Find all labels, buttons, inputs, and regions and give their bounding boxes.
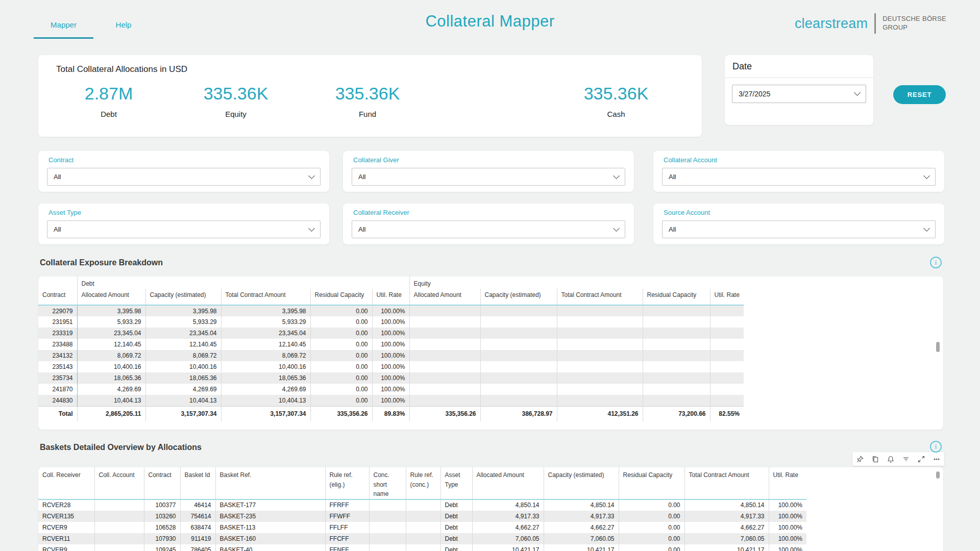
alert-icon[interactable] bbox=[883, 452, 898, 466]
table-cell bbox=[557, 384, 643, 395]
filter-dropdown-collateral-receiver[interactable]: All bbox=[352, 220, 625, 238]
column-header[interactable]: Util. Rate bbox=[710, 289, 744, 305]
table-cell bbox=[369, 511, 406, 522]
table-cell: 100.00% bbox=[372, 339, 409, 350]
table-row: RCVER9109245786405BASKET-40FFNFFDebt10,4… bbox=[38, 544, 806, 551]
filter-dropdown-asset-type[interactable]: All bbox=[47, 220, 321, 238]
more-options-icon[interactable] bbox=[929, 452, 944, 466]
table-row: RCVER2810037746414BASKET-177FFRFFDebt4,8… bbox=[38, 499, 806, 511]
column-header[interactable]: Conc. short name bbox=[369, 467, 406, 499]
filter-card-contract: Contract All bbox=[38, 151, 329, 192]
column-header[interactable]: Residual Capacity bbox=[310, 289, 372, 305]
reset-button[interactable]: RESET bbox=[893, 85, 946, 104]
column-header[interactable]: Basket Ref. bbox=[215, 467, 325, 499]
column-header[interactable]: Util. Rate bbox=[372, 289, 409, 305]
table-cell: 638474 bbox=[180, 522, 215, 533]
table-total-cell: 335,356.26 bbox=[310, 406, 372, 421]
kpi-cash-label: Cash bbox=[573, 110, 659, 118]
table-cell: 100.00% bbox=[372, 384, 409, 395]
table-cell bbox=[406, 544, 440, 551]
column-header[interactable]: Allocated Amount bbox=[77, 289, 145, 305]
filter-value-collateral-account: All bbox=[669, 173, 676, 181]
kpi-cash: 335.36K Cash bbox=[573, 84, 659, 118]
table-cell: 4,269.69 bbox=[77, 384, 145, 395]
column-header[interactable]: Capacity (estimated) bbox=[480, 289, 557, 305]
table-cell: 10,400.16 bbox=[77, 361, 145, 372]
column-header[interactable]: Util. Rate bbox=[769, 467, 806, 499]
table-cell: 0.00 bbox=[310, 305, 372, 316]
table-cell bbox=[480, 372, 557, 384]
filter-card-collateral-account: Collateral Account All bbox=[653, 151, 944, 192]
table-cell: RCVER28 bbox=[38, 499, 94, 511]
table-row: 2290793,395.983,395.983,395.980.00100.00… bbox=[38, 305, 744, 316]
baskets-table-card: Coll. ReceiverColl. AccountContractBaske… bbox=[38, 467, 943, 551]
table-cell: 8,069.72 bbox=[77, 350, 145, 361]
column-header[interactable]: Allocated Amount bbox=[409, 289, 480, 305]
chevron-down-icon bbox=[854, 89, 861, 96]
filter-dropdown-contract[interactable]: All bbox=[47, 168, 321, 186]
table-cell bbox=[406, 511, 440, 522]
column-header[interactable]: Capacity (estimated) bbox=[544, 467, 619, 499]
table-cell: 5,933.29 bbox=[145, 316, 221, 328]
column-header[interactable]: Allocated Amount bbox=[472, 467, 544, 499]
table-total-cell: 2,865,205.11 bbox=[77, 406, 145, 421]
focus-mode-icon[interactable] bbox=[914, 452, 929, 466]
table-cell: 23,345.04 bbox=[221, 328, 310, 339]
table-row: 24483010,404.1310,404.1310,404.130.00100… bbox=[38, 395, 744, 406]
filter-icon[interactable] bbox=[898, 452, 914, 466]
column-header[interactable]: Basket Id bbox=[180, 467, 215, 499]
table-cell: 244830 bbox=[38, 395, 77, 406]
table-cell bbox=[409, 395, 480, 406]
chevron-down-icon bbox=[308, 225, 315, 232]
table-cell: 4,662.27 bbox=[684, 522, 769, 533]
table-cell bbox=[557, 361, 643, 372]
copy-icon[interactable] bbox=[868, 452, 883, 466]
table-cell: 10,421.17 bbox=[684, 544, 769, 551]
info-icon[interactable]: i bbox=[930, 257, 942, 268]
table-cell bbox=[409, 384, 480, 395]
table-cell: 100.00% bbox=[372, 328, 409, 339]
column-header[interactable]: Total Contract Amount bbox=[221, 289, 310, 305]
column-header[interactable]: Residual Capacity bbox=[619, 467, 684, 499]
exposure-section-title: Collateral Exposure Breakdown bbox=[40, 258, 163, 267]
column-header[interactable]: Rule ref. (conc.) bbox=[406, 467, 440, 499]
date-dropdown[interactable]: 3/27/2025 bbox=[732, 85, 866, 103]
column-header[interactable]: Contract bbox=[38, 289, 77, 305]
table-cell bbox=[710, 350, 744, 361]
table-cell: 5,933.29 bbox=[77, 316, 145, 328]
date-card-divider bbox=[725, 78, 873, 78]
pin-icon[interactable] bbox=[852, 452, 868, 466]
baskets-table-scrollbar[interactable] bbox=[936, 471, 940, 479]
table-cell bbox=[369, 522, 406, 533]
filter-dropdown-source-account[interactable]: All bbox=[662, 220, 936, 238]
clearstream-logo: clearstream bbox=[795, 16, 868, 32]
table-cell: BASKET-160 bbox=[215, 533, 325, 544]
column-header[interactable]: Capacity (estimated) bbox=[145, 289, 221, 305]
table-cell bbox=[480, 316, 557, 328]
table-cell: 103260 bbox=[144, 511, 180, 522]
filter-dropdown-collateral-giver[interactable]: All bbox=[352, 168, 625, 186]
filter-value-collateral-receiver: All bbox=[358, 226, 365, 233]
table-cell: 10,404.13 bbox=[145, 395, 221, 406]
column-header[interactable]: Rule ref. (elig.) bbox=[325, 467, 369, 499]
column-header[interactable]: Total Contract Amount bbox=[684, 467, 769, 499]
table-cell: 3,395.98 bbox=[77, 305, 145, 316]
kpi-card-title: Total Collateral Allocations in USD bbox=[56, 64, 187, 74]
table-cell: 241870 bbox=[38, 384, 77, 395]
info-icon[interactable]: i bbox=[930, 441, 942, 453]
column-header[interactable]: Total Contract Amount bbox=[557, 289, 643, 305]
filter-dropdown-collateral-account[interactable]: All bbox=[662, 168, 936, 186]
column-header[interactable]: Residual Capacity bbox=[643, 289, 710, 305]
table-total-cell: 73,200.66 bbox=[643, 406, 710, 421]
column-header[interactable]: Asset Type bbox=[440, 467, 472, 499]
table-cell bbox=[643, 395, 710, 406]
column-header[interactable]: Coll. Account bbox=[94, 467, 144, 499]
group-header-equity: Equity bbox=[409, 277, 744, 289]
column-header[interactable]: Coll. Receiver bbox=[38, 467, 94, 499]
table-cell: FFRFF bbox=[325, 499, 369, 511]
table-cell: FFLFF bbox=[325, 522, 369, 533]
column-header[interactable]: Contract bbox=[144, 467, 180, 499]
table-cell: 100.00% bbox=[769, 511, 806, 522]
exposure-table-scrollbar[interactable] bbox=[936, 342, 940, 352]
table-cell: 235734 bbox=[38, 372, 77, 384]
